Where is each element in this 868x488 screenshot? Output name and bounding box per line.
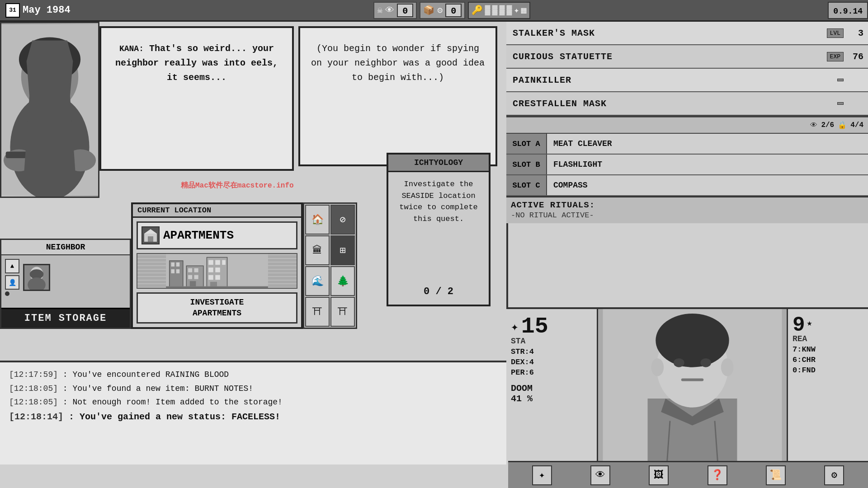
neighbor-icon-up[interactable]: ▲ <box>5 259 19 273</box>
version-badge: 0.9.14 <box>828 2 868 19</box>
svg-rect-28 <box>194 268 198 272</box>
log-text-1: : You've encountered RAINING BLOOD <box>63 370 229 379</box>
rituals-title: ACTIVE RITUALS: <box>511 200 863 210</box>
rea-label: REA <box>793 334 863 343</box>
quest-popup: ICHTYOLOGY Investigate the SEASIDE locat… <box>387 153 491 306</box>
investigate-label: INVESTIGATEAPARTMENTS <box>190 298 244 317</box>
svg-rect-8 <box>6 151 28 158</box>
action-icon-2[interactable]: 👁 <box>590 465 610 485</box>
progress-row: 👁 2/6 🔒 4/4 <box>506 117 868 134</box>
top-right-icons: 🔑 ▓ ▓ ▓ ▓ ✦ ▦ <box>468 2 530 19</box>
character-art <box>1 23 98 197</box>
doom-label: DOOM <box>511 383 592 394</box>
rituals-section: ACTIVE RITUALS: -NO RITUAL ACTIVE- <box>506 196 868 223</box>
action-icon-6[interactable]: ⚙ <box>824 465 844 485</box>
narration-box: (You begin to wonder if spying on your n… <box>298 26 497 166</box>
top-bar: 31 May 1984 ☠ 👁 0 📦 ⚙ 0 🔑 ▓ ▓ ▓ <box>0 0 868 22</box>
svg-rect-9 <box>28 121 71 123</box>
doom-val: 41 % <box>511 394 592 404</box>
slot-item-c: COMPASS <box>547 181 588 190</box>
slot-row-b[interactable]: SLOT B FLASHLIGHT <box>506 155 868 175</box>
bar-icon-3: ▓ <box>499 5 505 15</box>
svg-rect-11 <box>28 134 71 136</box>
skull-icon: ☠ <box>377 5 382 16</box>
kn-attr: 7:KNW <box>793 345 863 354</box>
rea-value: 9 <box>793 314 805 337</box>
svg-rect-5 <box>54 68 67 72</box>
nav-icon-house[interactable]: 🏠 <box>305 205 330 235</box>
svg-rect-51 <box>681 378 704 381</box>
inventory-list: STALKER'S MASK LVL 3 CURIOUS STATUETTE E… <box>506 22 868 223</box>
log-line-4: [12:18:14] : You've gained a new status:… <box>9 409 497 425</box>
log-text-3: : Not enough room! Item added to the sto… <box>63 398 283 407</box>
inv-row-3[interactable]: PAINKILLER <box>506 69 868 92</box>
svg-rect-41 <box>166 286 268 288</box>
inv-val-2: 76 <box>845 52 868 62</box>
action-icon-3[interactable]: 🖼 <box>649 465 669 485</box>
item-storage-bar[interactable]: ITEM STORAGE <box>1 308 130 328</box>
progress-val-2: 4/4 <box>850 121 863 129</box>
inv-row-1[interactable]: STALKER'S MASK LVL 3 <box>506 22 868 45</box>
inv-row-2[interactable]: CURIOUS STATUETTE EXP 76 <box>506 45 868 69</box>
log-time-2: [12:18:05] <box>9 384 58 393</box>
investigate-button[interactable]: INVESTIGATEAPARTMENTS <box>137 292 297 324</box>
nav-icon-building[interactable]: 🏛 <box>305 235 330 265</box>
svg-point-7 <box>65 150 96 172</box>
nav-icon-tree[interactable]: 🌲 <box>330 266 355 296</box>
dialogue-box: KANA: That's so weird... your neighbor r… <box>99 26 294 171</box>
svg-rect-24 <box>171 269 175 273</box>
sta-big: ✦ 15 <box>511 314 592 339</box>
inv-row-4[interactable]: CRESTFALLEN MASK <box>506 92 868 116</box>
svg-point-1 <box>10 94 89 197</box>
location-content: APARTMENTS <box>133 218 301 327</box>
slot-label-b: SLOT B <box>506 155 547 174</box>
svg-rect-27 <box>188 268 192 272</box>
neighbor-content: ▲ 👤 <box>1 255 130 300</box>
face-icon: 👁 <box>385 5 394 16</box>
log-area: [12:17:59] : You've encountered RAINING … <box>0 361 506 465</box>
action-icons-bar: ✦ 👁 🖼 ❓ 📜 ⚙ <box>508 461 868 488</box>
nav-icon-gate[interactable]: ⛩ <box>305 297 330 327</box>
resource-count-1: 0 <box>397 4 413 17</box>
slot-row-a[interactable]: SLOT A MEAT CLEAVER <box>506 134 868 155</box>
character-panel <box>0 22 99 198</box>
bar-icon-1: ▓ <box>485 5 490 15</box>
log-time-4: [12:18:14] <box>9 412 63 422</box>
day-number: 31 <box>9 7 16 14</box>
chr-attr: 6:CHR <box>793 356 863 364</box>
slots-section: SLOT A MEAT CLEAVER SLOT B FLASHLIGHT SL… <box>506 134 868 196</box>
svg-rect-35 <box>222 260 226 265</box>
svg-rect-19 <box>148 236 153 242</box>
nav-icon-slash[interactable]: ⊘ <box>330 205 355 235</box>
slot-label-a: SLOT A <box>506 134 547 154</box>
nav-icon-grid[interactable]: ⊞ <box>330 235 355 265</box>
action-icon-4[interactable]: ❓ <box>708 465 727 485</box>
log-line-2: [12:18:05] : You've found a new item: BU… <box>9 382 497 396</box>
progress-lock-icon: 🔒 <box>838 121 847 130</box>
nav-icons-panel: 🏠 ⊘ 🏛 ⊞ 🌊 🌲 ⛩ ⛩ <box>303 202 357 329</box>
nav-icon-water[interactable]: 🌊 <box>305 266 330 296</box>
action-icon-5[interactable]: 📜 <box>766 465 786 485</box>
nav-icon-anchor[interactable]: ⛩ <box>330 297 355 327</box>
dialogue-text: KANA: That's so weird... your neighbor r… <box>101 28 292 94</box>
svg-rect-29 <box>188 275 192 279</box>
inv-badge-1: LVL <box>827 28 844 38</box>
slot-row-c[interactable]: SLOT C COMPASS <box>506 175 868 196</box>
progress-val-1: 2/6 <box>821 121 834 129</box>
narration-text: (You begin to wonder if spying on your n… <box>300 28 495 94</box>
svg-point-50 <box>700 358 711 367</box>
location-art <box>137 253 297 289</box>
location-icon <box>142 226 160 244</box>
inv-val-1: 3 <box>845 28 868 38</box>
svg-rect-39 <box>215 275 220 280</box>
action-icon-1[interactable]: ✦ <box>532 465 552 485</box>
neighbor-icon-face: 👤 <box>5 275 19 290</box>
location-art-inner <box>137 254 297 288</box>
sta-label: STA <box>511 337 592 346</box>
neighbor-panel: NEIGHBOR ▲ 👤 ITEM STORAGE <box>0 239 131 329</box>
svg-rect-22 <box>171 263 175 267</box>
log-line-3: [12:18:05] : Not enough room! Item added… <box>9 395 497 409</box>
location-name-row: APARTMENTS <box>137 221 297 249</box>
inv-badge-2: EXP <box>827 52 844 61</box>
log-text-2: : You've found a new item: BURNT NOTES! <box>63 384 253 393</box>
